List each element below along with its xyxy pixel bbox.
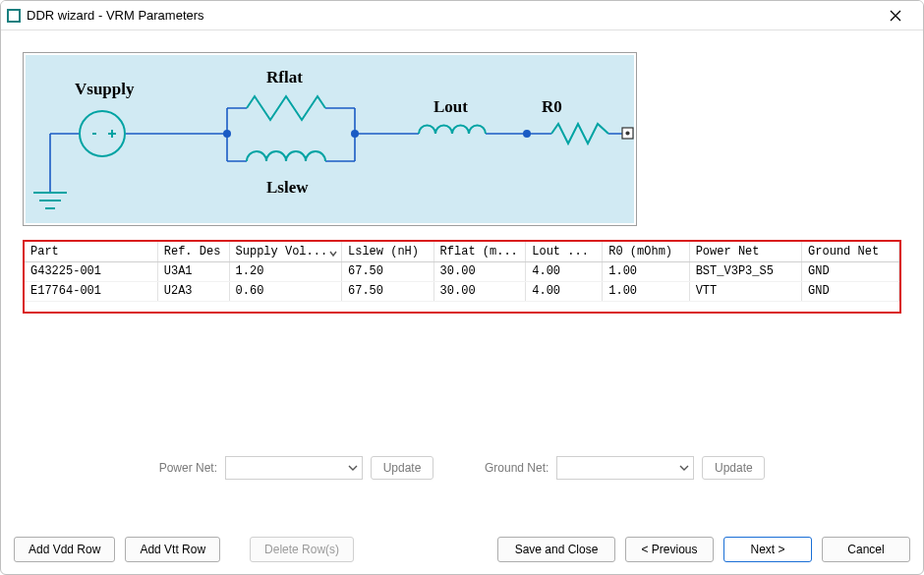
cell-rflat[interactable]: 30.00 — [433, 261, 526, 281]
svg-point-28 — [626, 132, 629, 135]
cell-powernet[interactable]: BST_V3P3_S5 — [689, 261, 801, 281]
svg-point-25 — [351, 130, 359, 138]
previous-button[interactable]: < Previous — [625, 537, 714, 562]
cell-refdes[interactable]: U2A3 — [157, 281, 229, 301]
label-r0: R0 — [542, 97, 562, 116]
cell-supply[interactable]: 1.20 — [229, 261, 341, 281]
app-icon — [7, 9, 21, 23]
power-net-combo[interactable] — [225, 456, 363, 480]
chevron-down-icon — [348, 463, 358, 473]
svg-point-20 — [80, 111, 125, 156]
cell-lout[interactable]: 4.00 — [526, 281, 603, 301]
col-supply-label: Supply Vol... — [236, 245, 328, 259]
label-lout: Lout — [433, 97, 468, 116]
power-net-label: Power Net: — [159, 461, 217, 475]
col-lout[interactable]: Lout ... — [526, 242, 603, 261]
save-and-close-button[interactable]: Save and Close — [497, 537, 615, 562]
table-row[interactable]: E17764-001 U2A3 0.60 67.50 30.00 4.00 1.… — [25, 281, 899, 301]
circuit-diagram: Vsupply Rflat Lslew Lout R0 — [26, 55, 634, 223]
cell-lout[interactable]: 4.00 — [526, 261, 603, 281]
cell-supply[interactable]: 0.60 — [229, 281, 341, 301]
dialog-button-bar: Add Vdd Row Add Vtt Row Delete Row(s) Sa… — [0, 532, 924, 575]
ground-net-update-button[interactable]: Update — [702, 456, 765, 480]
vrm-parameter-table[interactable]: Part Ref. Des Supply Vol... Lslew (nH) R… — [23, 240, 901, 314]
cancel-button[interactable]: Cancel — [822, 537, 910, 562]
cell-lslew[interactable]: 67.50 — [341, 281, 433, 301]
title-bar: DDR wizard - VRM Parameters — [1, 1, 923, 30]
circuit-diagram-panel: Vsupply Rflat Lslew Lout R0 — [23, 52, 901, 226]
col-powernet[interactable]: Power Net — [689, 242, 801, 261]
table-empty-area — [23, 314, 901, 446]
col-lslew[interactable]: Lslew (nH) — [341, 242, 433, 261]
table-header-row: Part Ref. Des Supply Vol... Lslew (nH) R… — [25, 242, 899, 261]
cell-r0[interactable]: 1.00 — [603, 261, 689, 281]
cell-r0[interactable]: 1.00 — [603, 281, 689, 301]
sort-chevron-down-icon — [329, 248, 337, 256]
window-close-button[interactable] — [876, 2, 915, 29]
label-vsupply: Vsupply — [75, 80, 135, 98]
delete-rows-button[interactable]: Delete Row(s) — [250, 537, 354, 562]
col-r0[interactable]: R0 (mOhm) — [603, 242, 689, 261]
cell-powernet[interactable]: VTT — [689, 281, 801, 301]
label-rflat: Rflat — [266, 68, 303, 86]
cell-part[interactable]: E17764-001 — [25, 281, 157, 301]
cell-part[interactable]: G43225-001 — [25, 261, 157, 281]
next-button[interactable]: Next > — [723, 537, 812, 562]
window-title: DDR wizard - VRM Parameters — [27, 8, 204, 23]
cell-rflat[interactable]: 30.00 — [433, 281, 526, 301]
cell-groundnet[interactable]: GND — [802, 281, 899, 301]
col-groundnet[interactable]: Ground Net — [802, 242, 899, 261]
close-icon — [890, 10, 901, 22]
col-part[interactable]: Part — [25, 242, 157, 261]
add-vtt-row-button[interactable]: Add Vtt Row — [125, 537, 220, 562]
add-vdd-row-button[interactable]: Add Vdd Row — [14, 537, 115, 562]
col-rflat[interactable]: Rflat (m... — [433, 242, 526, 261]
table-row[interactable]: G43225-001 U3A1 1.20 67.50 30.00 4.00 1.… — [25, 261, 899, 281]
svg-point-24 — [223, 130, 231, 138]
cell-refdes[interactable]: U3A1 — [157, 261, 229, 281]
cell-groundnet[interactable]: GND — [802, 261, 899, 281]
chevron-down-icon — [679, 463, 689, 473]
label-lslew: Lslew — [266, 178, 309, 197]
power-net-update-button[interactable]: Update — [371, 456, 433, 480]
ground-net-combo[interactable] — [556, 456, 694, 480]
ground-net-label: Ground Net: — [485, 461, 549, 475]
col-supply[interactable]: Supply Vol... — [229, 242, 341, 261]
svg-point-26 — [523, 130, 531, 138]
col-refdes[interactable]: Ref. Des — [157, 242, 229, 261]
net-update-row: Power Net: Update Ground Net: Update — [1, 452, 923, 484]
cell-lslew[interactable]: 67.50 — [341, 261, 433, 281]
